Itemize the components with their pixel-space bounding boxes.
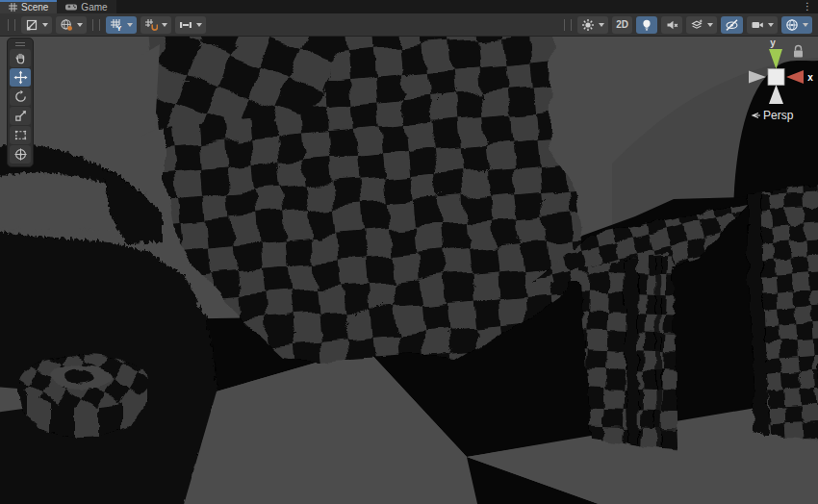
rect-tool-icon	[13, 128, 28, 142]
scene-viewport[interactable]	[0, 0, 818, 504]
dropdown-arrow	[707, 23, 713, 27]
gizmo-y-label[interactable]: y	[770, 38, 776, 48]
persp-arrow-icon	[753, 113, 760, 118]
draw-mode-icon	[25, 18, 38, 32]
dropdown-arrow	[42, 23, 48, 27]
tools-overlay	[7, 38, 34, 167]
hand-tool-button[interactable]	[10, 49, 31, 67]
2d-label: 2D	[616, 19, 628, 30]
dropdown-arrow	[77, 23, 83, 27]
gizmo-x-label[interactable]: x	[807, 72, 813, 83]
overlay-drag-handle[interactable]	[92, 19, 100, 31]
axis-negx-cone[interactable]	[749, 71, 766, 84]
gizmo-center-cube[interactable]	[768, 69, 784, 86]
overlay-drag-handle[interactable]	[8, 19, 15, 31]
tab-bar: Scene Game ⋮	[0, 0, 818, 13]
tab-scene-label: Scene	[21, 2, 48, 13]
lighting-toggle-button[interactable]	[636, 16, 657, 34]
snap-increment-icon	[144, 18, 158, 32]
tab-scene[interactable]: Scene	[0, 0, 57, 13]
move-tool-icon	[13, 70, 28, 85]
dropdown-arrow	[162, 23, 167, 27]
axis-x-cone[interactable]	[786, 70, 804, 84]
padlock-icon[interactable]	[794, 46, 803, 58]
checker-cylinder	[17, 353, 146, 436]
axis-y-cone[interactable]	[769, 49, 782, 69]
scale-tool-button[interactable]	[10, 107, 31, 125]
overlay-drag-handle[interactable]	[564, 19, 572, 31]
move-tool-button[interactable]	[10, 68, 31, 87]
dropdown-arrow	[768, 23, 774, 27]
grid-icon	[9, 3, 17, 12]
transform-tool-button[interactable]	[10, 145, 31, 164]
lightbulb-icon	[640, 18, 653, 32]
scene-toolbar: Y	[0, 13, 818, 37]
axis-negy-cone[interactable]	[769, 85, 783, 104]
dropdown-arrow	[599, 23, 604, 27]
audio-muted-icon	[665, 18, 678, 32]
scale-tool-icon	[13, 109, 28, 123]
rotate-tool-icon	[13, 89, 28, 104]
dropdown-arrow	[127, 23, 133, 27]
dropdown-arrow	[803, 23, 808, 27]
2d-toggle-button[interactable]: 2D	[612, 16, 632, 34]
transform-tool-icon	[13, 147, 28, 162]
fx-layers-icon	[690, 18, 703, 32]
audio-toggle-button[interactable]	[661, 16, 682, 34]
visibility-off-icon	[725, 18, 739, 32]
gizmos-sphere-icon	[785, 18, 799, 32]
rotate-tool-button[interactable]	[10, 88, 31, 106]
camera-settings-button[interactable]	[747, 16, 778, 34]
svg-text:Y: Y	[116, 24, 121, 32]
grid-snapping-button[interactable]	[175, 16, 206, 34]
grid-y-icon: Y	[110, 18, 123, 32]
fx-toggle-button[interactable]	[686, 16, 717, 34]
unity-editor-window: Scene Game ⋮	[0, 0, 818, 504]
projection-toggle[interactable]: Persp	[753, 109, 794, 122]
scene-visibility-button[interactable]	[721, 16, 743, 34]
tab-game-label: Game	[81, 2, 107, 13]
projection-label[interactable]: Persp	[763, 109, 794, 122]
globe-icon	[60, 18, 73, 32]
rect-tool-button[interactable]	[10, 126, 31, 144]
camera-icon	[751, 18, 764, 32]
globe-mode-button[interactable]	[56, 16, 87, 34]
scene-effects-button[interactable]	[577, 16, 608, 34]
snap-increment-button[interactable]	[141, 16, 171, 34]
dropdown-arrow	[196, 23, 202, 27]
gamepad-icon	[65, 3, 77, 12]
kebab-menu-icon[interactable]: ⋮	[797, 0, 818, 13]
tools-drag-handle[interactable]	[9, 40, 32, 48]
hand-tool-icon	[13, 51, 28, 65]
gizmos-button[interactable]	[781, 16, 812, 34]
draw-mode-button[interactable]	[21, 16, 52, 34]
orientation-gizmo[interactable]: y x Persp	[724, 35, 818, 131]
effects-sun-icon	[581, 18, 595, 32]
grid-visibility-button[interactable]: Y	[106, 16, 137, 34]
tab-game[interactable]: Game	[57, 0, 115, 13]
grid-snap-icon	[179, 18, 192, 32]
